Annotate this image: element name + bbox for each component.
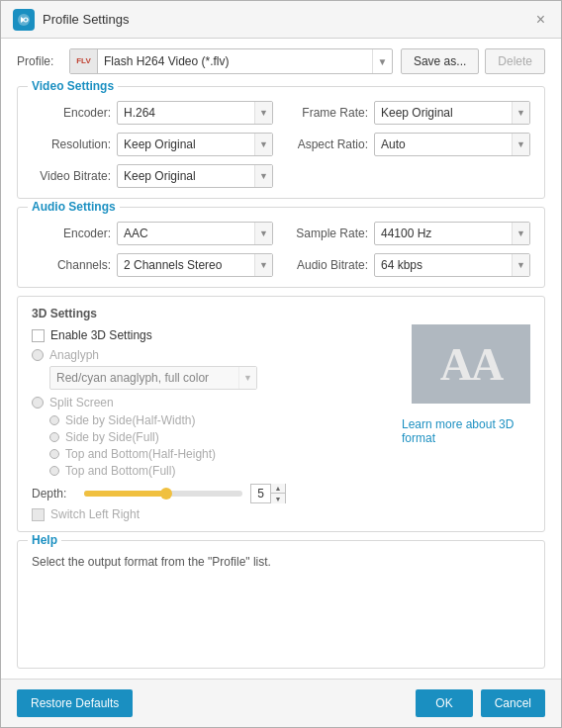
- encoder-label: Encoder:: [32, 106, 111, 120]
- audio-encoder-value: AAC: [118, 227, 254, 240]
- audio-bitrate-select[interactable]: 64 kbps ▼: [374, 253, 530, 277]
- audio-settings-section: Audio Settings Encoder: AAC ▼ Sample Rat…: [17, 207, 545, 288]
- cancel-button[interactable]: Cancel: [481, 689, 545, 717]
- video-bitrate-label: Video Bitrate:: [32, 169, 111, 183]
- framerate-select[interactable]: Keep Original ▼: [374, 101, 530, 125]
- video-settings-title: Video Settings: [28, 79, 118, 93]
- anaglyph-arrow: ▼: [238, 367, 256, 389]
- resolution-arrow: ▼: [254, 134, 272, 155]
- audio-encoder-select[interactable]: AAC ▼: [117, 222, 273, 245]
- split-screen-sub: Side by Side(Half-Width) Side by Side(Fu…: [49, 413, 392, 478]
- 3d-settings-title: 3D Settings: [32, 307, 530, 320]
- split-screen-label: Split Screen: [49, 396, 114, 410]
- title-bar-left: Profile Settings: [13, 9, 129, 31]
- sample-rate-label: Sample Rate:: [289, 227, 368, 240]
- depth-value-control: 5 ▲ ▼: [250, 484, 286, 503]
- audio-encoder-label: Encoder:: [32, 227, 111, 240]
- restore-defaults-button[interactable]: Restore Defaults: [17, 689, 133, 717]
- close-button[interactable]: ×: [532, 10, 549, 30]
- help-text: Select the output format from the "Profi…: [32, 555, 530, 569]
- split-opt-1: Side by Side(Full): [49, 430, 392, 444]
- profile-actions: Save as... Delete: [401, 48, 545, 74]
- help-title: Help: [28, 533, 61, 547]
- video-bitrate-arrow: ▼: [254, 165, 272, 187]
- depth-spinners: ▲ ▼: [270, 484, 285, 503]
- audio-settings-title: Audio Settings: [28, 200, 120, 214]
- channels-label: Channels:: [32, 258, 111, 272]
- enable-3d-checkbox[interactable]: [32, 329, 45, 342]
- audio-bitrate-row: Audio Bitrate: 64 kbps ▼: [289, 253, 530, 277]
- depth-row: Depth: 5 ▲ ▼: [32, 484, 392, 503]
- anaglyph-radio[interactable]: [32, 349, 44, 361]
- ok-button[interactable]: OK: [416, 689, 472, 717]
- video-bitrate-select[interactable]: Keep Original ▼: [117, 164, 273, 188]
- sample-rate-select[interactable]: 44100 Hz ▼: [374, 222, 530, 245]
- resolution-row: Resolution: Keep Original ▼: [32, 133, 273, 156]
- profile-row: Profile: FLV Flash H264 Video (*.flv) ▼ …: [17, 48, 545, 74]
- split-side-half-label: Side by Side(Half-Width): [65, 413, 195, 427]
- help-section: Help Select the output format from the "…: [17, 540, 545, 669]
- depth-label: Depth:: [32, 487, 76, 500]
- audio-settings-grid: Encoder: AAC ▼ Sample Rate: 44100 Hz ▼ C…: [32, 222, 530, 277]
- split-side-half-radio[interactable]: [49, 415, 59, 425]
- 3d-settings-section: 3D Settings Enable 3D Settings Anaglyph …: [17, 296, 545, 532]
- profile-settings-dialog: Profile Settings × Profile: FLV Flash H2…: [0, 0, 562, 728]
- aspect-ratio-value: Auto: [375, 137, 512, 151]
- main-content: Profile: FLV Flash H264 Video (*.flv) ▼ …: [1, 39, 561, 679]
- depth-slider-fill: [84, 491, 163, 497]
- enable-3d-row: Enable 3D Settings: [32, 328, 392, 342]
- profile-dropdown-arrow: ▼: [372, 49, 392, 73]
- depth-slider-thumb[interactable]: [160, 488, 172, 500]
- footer: Restore Defaults OK Cancel: [1, 679, 561, 727]
- channels-select[interactable]: 2 Channels Stereo ▼: [117, 253, 273, 277]
- encoder-select[interactable]: H.264 ▼: [117, 101, 273, 125]
- sample-rate-row: Sample Rate: 44100 Hz ▼: [289, 222, 530, 245]
- 3d-left: Enable 3D Settings Anaglyph Red/cyan ana…: [32, 328, 392, 521]
- anaglyph-select[interactable]: Red/cyan anaglyph, full color ▼: [49, 366, 257, 390]
- framerate-value: Keep Original: [375, 106, 512, 120]
- split-screen-radio[interactable]: [32, 397, 44, 409]
- audio-bitrate-arrow: ▼: [512, 254, 529, 276]
- switch-left-right-checkbox[interactable]: [32, 508, 45, 521]
- sample-rate-arrow: ▼: [512, 223, 529, 244]
- encoder-value: H.264: [118, 106, 254, 120]
- sample-rate-value: 44100 Hz: [375, 227, 512, 240]
- split-opt-3: Top and Bottom(Full): [49, 464, 392, 478]
- audio-bitrate-label: Audio Bitrate:: [289, 258, 368, 272]
- framerate-label: Frame Rate:: [289, 106, 368, 120]
- split-top-full-radio[interactable]: [49, 466, 59, 476]
- split-top-half-label: Top and Bottom(Half-Height): [65, 447, 216, 461]
- depth-spin-up[interactable]: ▲: [271, 484, 285, 494]
- profile-label: Profile:: [17, 54, 61, 68]
- depth-slider[interactable]: [84, 491, 242, 497]
- channels-row: Channels: 2 Channels Stereo ▼: [32, 253, 273, 277]
- aspect-ratio-arrow: ▼: [512, 134, 529, 155]
- anaglyph-label: Anaglyph: [49, 348, 99, 362]
- depth-spin-down[interactable]: ▼: [271, 494, 285, 503]
- resolution-select[interactable]: Keep Original ▼: [117, 133, 273, 156]
- dialog-title: Profile Settings: [43, 12, 129, 27]
- aspect-ratio-label: Aspect Ratio:: [289, 137, 368, 151]
- profile-select[interactable]: FLV Flash H264 Video (*.flv) ▼: [69, 48, 393, 74]
- save-as-button[interactable]: Save as...: [401, 48, 479, 74]
- enable-3d-label: Enable 3D Settings: [50, 328, 152, 342]
- split-side-full-radio[interactable]: [49, 432, 59, 442]
- learn-more-link[interactable]: Learn more about 3D format: [402, 417, 530, 445]
- split-top-half-radio[interactable]: [49, 449, 59, 459]
- encoder-row: Encoder: H.264 ▼: [32, 101, 273, 125]
- audio-encoder-row: Encoder: AAC ▼: [32, 222, 273, 245]
- learn-more-container: Learn more about 3D format: [402, 417, 530, 445]
- switch-left-right-label: Switch Left Right: [50, 507, 140, 521]
- resolution-value: Keep Original: [118, 137, 254, 151]
- profile-select-text: Flash H264 Video (*.flv): [98, 54, 372, 68]
- framerate-row: Frame Rate: Keep Original ▼: [289, 101, 530, 125]
- audio-encoder-arrow: ▼: [254, 223, 272, 244]
- split-opt-0: Side by Side(Half-Width): [49, 413, 392, 427]
- split-screen-option: Split Screen: [32, 396, 392, 410]
- preview-text: AA: [440, 338, 502, 391]
- video-bitrate-value: Keep Original: [118, 169, 254, 183]
- aspect-ratio-select[interactable]: Auto ▼: [374, 133, 530, 156]
- audio-bitrate-value: 64 kbps: [375, 258, 512, 272]
- delete-button[interactable]: Delete: [485, 48, 545, 74]
- video-settings-section: Video Settings Encoder: H.264 ▼ Frame Ra…: [17, 86, 545, 199]
